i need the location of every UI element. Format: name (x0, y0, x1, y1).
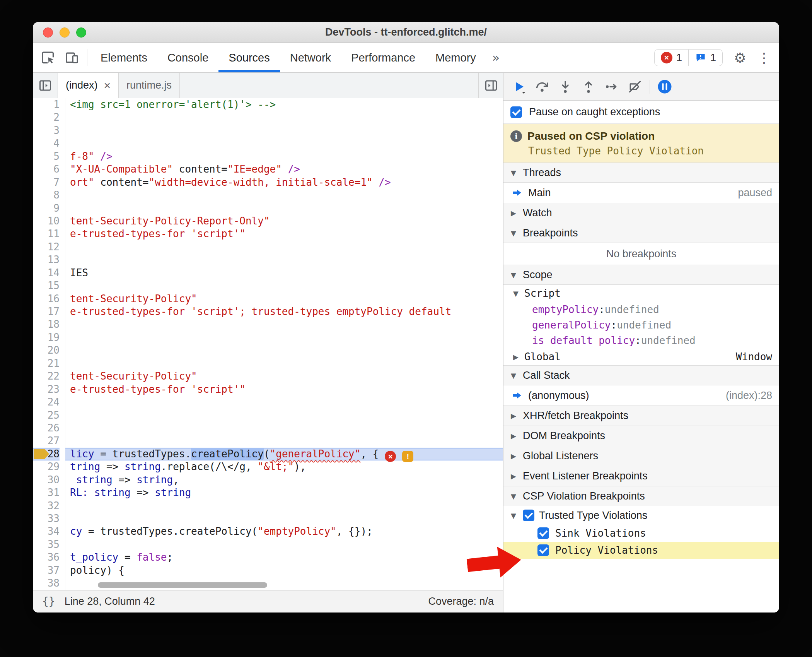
line-number[interactable]: 12 (33, 241, 60, 253)
coverage-status[interactable]: Coverage: n/a (428, 595, 494, 607)
tab-console[interactable]: Console (157, 43, 218, 72)
kebab-menu-button[interactable]: ⋮ (752, 43, 776, 72)
line-number[interactable]: 10 (33, 215, 60, 228)
section-global-listeners[interactable]: ▶Global Listeners (503, 446, 779, 466)
line-number[interactable]: 32 (33, 500, 60, 512)
line-number[interactable]: 8 (33, 189, 60, 202)
minimize-window-button[interactable] (60, 27, 70, 38)
line-number[interactable]: 2 (33, 111, 60, 124)
more-panels-button[interactable]: » (486, 43, 506, 72)
section-dom-breakpoints[interactable]: ▶DOM Breakpoints (503, 426, 779, 446)
error-icon[interactable]: × (385, 451, 396, 462)
issues-count-badge[interactable]: 1 (689, 49, 723, 66)
line-number[interactable]: 24 (33, 396, 60, 409)
scope-variable-emptypolicy[interactable]: emptyPolicy: undefined (503, 302, 779, 317)
line-number[interactable]: 4 (33, 137, 60, 150)
pause-on-exceptions-button[interactable] (653, 75, 676, 98)
line-number[interactable]: 34 (33, 525, 60, 538)
line-number[interactable]: 31 (33, 486, 60, 499)
scope-global-row[interactable]: ▶ Global Window (503, 348, 779, 365)
zoom-window-button[interactable] (76, 27, 86, 38)
line-number[interactable]: 30 (33, 474, 60, 486)
code-editor[interactable]: 1234567891011121314151617181920212223242… (33, 98, 503, 590)
file-tab-runtime-js[interactable]: runtime.js (119, 73, 180, 98)
settings-button[interactable]: ⚙ (728, 43, 752, 72)
csp-breakpoint-sink-violations[interactable]: Sink Violations (503, 525, 779, 542)
format-button[interactable]: {} (42, 595, 55, 608)
line-number[interactable]: 3 (33, 124, 60, 137)
pause-on-caught-checkbox[interactable] (510, 106, 522, 118)
scope-script-row[interactable]: ▼ Script (503, 285, 779, 302)
step-out-button[interactable] (577, 75, 600, 98)
error-count-badge[interactable]: × 1 (654, 49, 689, 66)
sink-violations-checkbox[interactable] (537, 527, 549, 539)
line-number[interactable]: 9 (33, 202, 60, 215)
close-window-button[interactable] (43, 27, 53, 38)
section-xhr-fetch-breakpoints[interactable]: ▶XHR/fetch Breakpoints (503, 405, 779, 426)
titlebar[interactable]: DevTools - tt-enforced.glitch.me/ (33, 22, 779, 43)
scope-variable-is-default-policy[interactable]: is_default_policy: undefined (503, 333, 779, 348)
policy-violations-checkbox[interactable] (537, 544, 549, 556)
line-number[interactable]: 13 (33, 253, 60, 266)
line-number[interactable]: 14 (33, 267, 60, 279)
line-number[interactable]: 20 (33, 344, 60, 357)
thread-main-row[interactable]: Main paused (503, 183, 779, 203)
deactivate-breakpoints-button[interactable] (623, 75, 647, 98)
device-toolbar-button[interactable] (60, 43, 84, 72)
section-event-listener-breakpoints[interactable]: ▶Event Listener Breakpoints (503, 466, 779, 486)
resume-button[interactable] (507, 75, 531, 98)
line-number[interactable]: 23 (33, 383, 60, 396)
line-number[interactable]: 28 (33, 448, 60, 460)
line-number[interactable]: 21 (33, 357, 60, 370)
line-number[interactable]: 29 (33, 460, 60, 473)
line-number[interactable]: 26 (33, 422, 60, 435)
code-token: string (155, 487, 191, 498)
tab-sources[interactable]: Sources (218, 43, 280, 72)
call-stack-frame[interactable]: (anonymous) (index):28 (503, 385, 779, 405)
line-number[interactable]: 22 (33, 370, 60, 383)
pause-on-caught-row[interactable]: Pause on caught exceptions (503, 101, 779, 124)
horizontal-scrollbar[interactable] (98, 582, 267, 588)
section-call-stack[interactable]: ▼ Call Stack (503, 365, 779, 385)
step-over-button[interactable] (531, 75, 554, 98)
line-number[interactable]: 25 (33, 409, 60, 422)
line-number[interactable]: 11 (33, 228, 60, 240)
warning-icon[interactable]: ! (402, 451, 413, 462)
tab-network[interactable]: Network (280, 43, 341, 72)
line-number[interactable]: 27 (33, 435, 60, 447)
file-tab-index[interactable]: (index)× (58, 73, 119, 98)
line-number[interactable]: 33 (33, 512, 60, 525)
line-number[interactable]: 38 (33, 577, 60, 590)
tab-memory[interactable]: Memory (425, 43, 486, 72)
scope-variable-generalpolicy[interactable]: generalPolicy: undefined (503, 317, 779, 333)
inspect-element-button[interactable] (36, 43, 60, 72)
line-number[interactable]: 35 (33, 538, 60, 551)
line-number[interactable]: 1 (33, 98, 60, 111)
line-number[interactable]: 18 (33, 318, 60, 331)
line-number[interactable]: 15 (33, 279, 60, 292)
section-watch[interactable]: ▶ Watch (503, 203, 779, 223)
close-tab-icon[interactable]: × (104, 79, 111, 92)
section-scope[interactable]: ▼ Scope (503, 265, 779, 285)
show-navigator-button[interactable] (33, 73, 58, 98)
frame-location[interactable]: (index):28 (721, 390, 772, 402)
section-breakpoints[interactable]: ▼ Breakpoints (503, 223, 779, 243)
line-number[interactable]: 36 (33, 551, 60, 564)
csp-breakpoint-policy-violations[interactable]: Policy Violations (503, 542, 779, 559)
line-number[interactable]: 6 (33, 163, 60, 176)
tab-performance[interactable]: Performance (341, 43, 425, 72)
line-number[interactable]: 37 (33, 564, 60, 577)
line-number[interactable]: 19 (33, 331, 60, 344)
line-number[interactable]: 16 (33, 293, 60, 305)
line-number[interactable]: 17 (33, 305, 60, 318)
csp-trusted-type-violations-row[interactable]: ▼ Trusted Type Violations (503, 506, 779, 525)
line-number[interactable]: 7 (33, 176, 60, 189)
tab-elements[interactable]: Elements (90, 43, 157, 72)
step-into-button[interactable] (554, 75, 577, 98)
toggle-debugger-sidebar-button[interactable] (478, 73, 503, 98)
section-threads[interactable]: ▼ Threads (503, 163, 779, 183)
trusted-type-violations-checkbox[interactable] (523, 510, 534, 521)
step-button[interactable] (600, 75, 623, 98)
line-number[interactable]: 5 (33, 150, 60, 163)
section-csp-violation-breakpoints[interactable]: ▼ CSP Violation Breakpoints (503, 486, 779, 506)
